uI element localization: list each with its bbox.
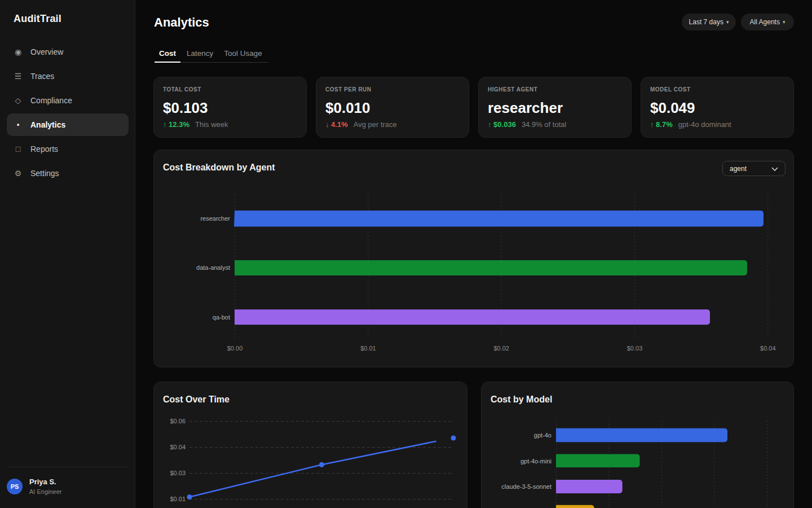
svg-text:data-analyst: data-analyst [196, 264, 230, 271]
svg-text:$0.00: $0.00 [227, 345, 243, 352]
svg-text:claude-3-5-sonnet: claude-3-5-sonnet [501, 483, 551, 490]
svg-text:$0.06: $0.06 [170, 418, 186, 424]
svg-text:$0.01: $0.01 [360, 345, 376, 352]
svg-text:qa-bot: qa-bot [213, 314, 230, 321]
svg-text:researcher: researcher [200, 215, 230, 222]
svg-text:$0.04: $0.04 [170, 444, 186, 450]
svg-text:$0.02: $0.02 [493, 345, 509, 352]
svg-text:$0.03: $0.03 [627, 345, 643, 352]
svg-text:$0.03: $0.03 [170, 470, 186, 476]
svg-text:gpt-4o-mini: gpt-4o-mini [520, 458, 551, 465]
svg-text:$0.01: $0.01 [170, 496, 186, 502]
svg-text:gpt-4o: gpt-4o [534, 432, 551, 439]
svg-text:$0.04: $0.04 [760, 345, 776, 352]
